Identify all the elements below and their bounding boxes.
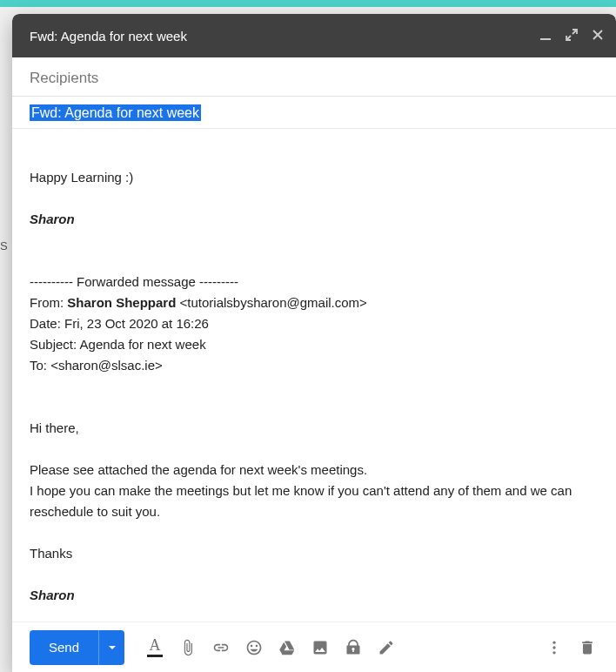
fwd-from-label: From:: [30, 295, 67, 310]
send-button-group: Send: [30, 630, 124, 665]
compose-title: Fwd: Agenda for next week: [30, 29, 539, 44]
formatting-options-icon[interactable]: A: [138, 631, 171, 664]
fwd-divider: ---------- Forwarded message ---------: [30, 272, 611, 292]
compose-window: Fwd: Agenda for next week Recipients Fwd…: [12, 14, 616, 672]
insert-link-icon[interactable]: [204, 631, 238, 664]
insert-signature-icon[interactable]: [370, 631, 403, 664]
message-body-container: Happy Learning :) Sharon ---------- Forw…: [12, 129, 616, 622]
forwarded-header: ---------- Forwarded message --------- F…: [30, 272, 611, 376]
fwd-from-name: Sharon Sheppard: [67, 295, 176, 310]
body-p1: Please see attached the agenda for next …: [30, 460, 611, 480]
attach-file-icon[interactable]: [171, 631, 204, 664]
close-icon[interactable]: [592, 29, 604, 43]
insert-photo-icon[interactable]: [304, 631, 337, 664]
google-drive-icon[interactable]: [271, 631, 304, 664]
svg-rect-0: [540, 38, 551, 40]
signature-top: Sharon: [30, 212, 75, 226]
background-fragment: S: [0, 239, 8, 252]
body-thanks: Thanks: [30, 543, 611, 564]
body-greeting: Happy Learning :): [30, 167, 611, 188]
svg-point-3: [552, 651, 555, 654]
fwd-date-line: Date: Fri, 23 Oct 2020 at 16:26: [30, 313, 611, 334]
compose-titlebar: Fwd: Agenda for next week: [12, 14, 616, 57]
subject-text-selected: Fwd: Agenda for next week: [30, 104, 201, 121]
recipients-field[interactable]: Recipients: [12, 57, 616, 97]
fwd-from-line: From: Sharon Sheppard <tutorialsbysharon…: [30, 292, 611, 313]
minimize-icon[interactable]: [539, 29, 552, 43]
confidential-mode-icon[interactable]: [337, 631, 370, 664]
fwd-from-email: <tutorialsbysharon@gmail.com>: [176, 295, 367, 310]
body-p2: I hope you can make the meetings but let…: [30, 480, 611, 522]
more-options-icon[interactable]: [538, 631, 571, 664]
fwd-to-line: To: <sharon@slsac.ie>: [30, 355, 611, 376]
fwd-subject-line: Subject: Agenda for next week: [30, 334, 611, 355]
body-hi: Hi there,: [30, 418, 611, 439]
subject-field[interactable]: Fwd: Agenda for next week: [12, 97, 616, 129]
message-body[interactable]: Happy Learning :) Sharon ---------- Forw…: [12, 129, 616, 622]
send-options-button[interactable]: [98, 630, 124, 665]
svg-point-2: [552, 646, 555, 648]
app-header-strip: [0, 0, 616, 7]
insert-emoji-icon[interactable]: [238, 631, 271, 664]
discard-draft-icon[interactable]: [571, 631, 604, 664]
svg-point-1: [552, 641, 555, 643]
send-button[interactable]: Send: [30, 630, 98, 665]
titlebar-controls: [539, 29, 604, 43]
compose-toolbar: Send A: [12, 622, 616, 672]
signature-bottom: Sharon: [30, 588, 75, 602]
expand-icon[interactable]: [566, 29, 578, 43]
